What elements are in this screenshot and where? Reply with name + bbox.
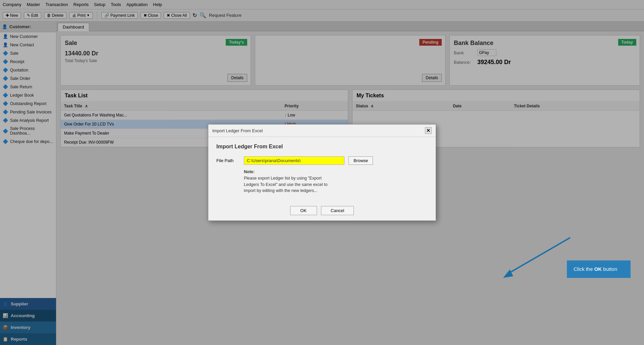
modal-close-button[interactable]: ✕ <box>425 127 432 134</box>
modal-file-path-input[interactable] <box>244 156 344 165</box>
callout-text-suffix: button <box>602 266 617 272</box>
modal-title-text: Import Ledger From Excel <box>212 128 263 133</box>
callout-box: Click the OK button <box>567 260 631 278</box>
modal-footer: OK Cancel <box>208 201 436 220</box>
modal-title-bar: Import Ledger From Excel ✕ <box>208 125 436 137</box>
modal-browse-button[interactable]: Browse <box>348 156 373 165</box>
callout-container: Click the OK button <box>496 234 631 278</box>
modal-note: Note: Please export Ledger list by using… <box>244 169 428 194</box>
modal-overlay: Import Ledger From Excel ✕ Import Ledger… <box>0 0 644 345</box>
modal-note-line-3: import by editing with the new ledgers..… <box>244 188 318 193</box>
modal-cancel-button[interactable]: Cancel <box>321 206 354 215</box>
callout-arrow-svg <box>496 234 570 278</box>
modal-note-line-2: Ledgers To Excel" and use the same excel… <box>244 182 328 187</box>
modal-note-title: Note: <box>244 169 255 174</box>
modal-file-path-label: File Path <box>216 158 240 163</box>
import-ledger-modal: Import Ledger From Excel ✕ Import Ledger… <box>208 124 436 221</box>
modal-note-line-1: Please export Ledger list by using "Expo… <box>244 176 322 181</box>
modal-body: Import Ledger From Excel File Path Brows… <box>208 137 436 201</box>
callout-text-bold: OK <box>594 266 602 272</box>
modal-ok-button[interactable]: OK <box>290 206 317 215</box>
callout-arrow-line <box>506 238 570 275</box>
modal-file-path-row: File Path Browse <box>216 156 428 165</box>
callout-text-prefix: Click the <box>574 266 594 272</box>
modal-heading: Import Ledger From Excel <box>216 144 428 150</box>
